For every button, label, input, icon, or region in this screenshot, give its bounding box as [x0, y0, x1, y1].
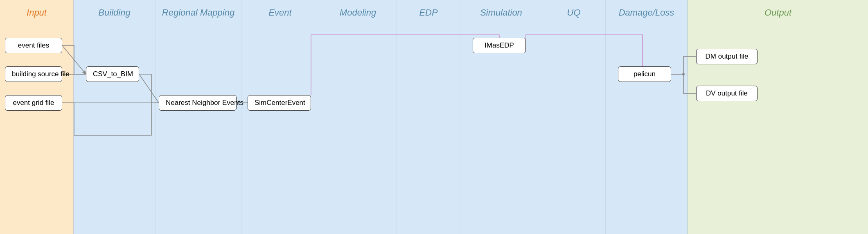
lane-modeling-header: Modeling — [319, 0, 397, 22]
lane-regional-header: Regional Mapping — [156, 0, 241, 22]
lane-damage-header: Damage/Loss — [606, 0, 687, 22]
lane-output-body: DM output file DV output file — [688, 22, 868, 234]
lane-simulation: Simulation IMasEDP — [460, 0, 542, 234]
lane-modeling-body — [319, 22, 397, 234]
lane-regional-body: Nearest Neighbor Events — [156, 22, 241, 234]
lane-damage-body: pelicun — [606, 22, 687, 234]
lane-simulation-header: Simulation — [460, 0, 542, 22]
node-pelicun[interactable]: pelicun — [618, 66, 671, 82]
lane-simulation-body: IMasEDP — [460, 22, 542, 234]
node-simcenter-event[interactable]: SimCenterEvent — [248, 95, 311, 111]
node-nearest-neighbor[interactable]: Nearest Neighbor Events — [159, 95, 237, 111]
lane-building-header: Building — [74, 0, 155, 22]
lane-damage: Damage/Loss pelicun — [606, 0, 688, 234]
node-dv-output[interactable]: DV output file — [696, 86, 758, 101]
lane-modeling: Modeling — [319, 0, 397, 234]
lane-event-body: SimCenterEvent — [241, 22, 319, 234]
lane-uq: UQ — [542, 0, 606, 234]
lane-input-body: event files building source file event g… — [0, 22, 73, 234]
lane-output-header: Output — [688, 0, 868, 22]
lane-output: Output DM output file DV output file — [688, 0, 868, 234]
lane-edp: EDP — [397, 0, 460, 234]
node-imasedp[interactable]: IMasEDP — [473, 38, 526, 53]
lane-event-header: Event — [241, 0, 319, 22]
lane-input: Input event files building source file e… — [0, 0, 74, 234]
lane-building-body: CSV_to_BIM — [74, 22, 155, 234]
lane-regional: Regional Mapping Nearest Neighbor Events — [156, 0, 241, 234]
node-event-files[interactable]: event files — [5, 38, 62, 53]
node-dm-output[interactable]: DM output file — [696, 49, 758, 64]
lane-event: Event SimCenterEvent — [241, 0, 319, 234]
lane-input-header: Input — [0, 0, 73, 22]
lane-uq-header: UQ — [542, 0, 605, 22]
node-event-grid-file[interactable]: event grid file — [5, 95, 62, 111]
lane-building: Building CSV_to_BIM — [74, 0, 156, 234]
lane-uq-body — [542, 22, 605, 234]
node-building-source-file[interactable]: building source file — [5, 66, 62, 82]
node-csv-to-bim[interactable]: CSV_to_BIM — [86, 66, 139, 82]
lane-edp-header: EDP — [397, 0, 460, 22]
pipeline-diagram: Input event files building source file e… — [0, 0, 868, 234]
lane-edp-body — [397, 22, 460, 234]
